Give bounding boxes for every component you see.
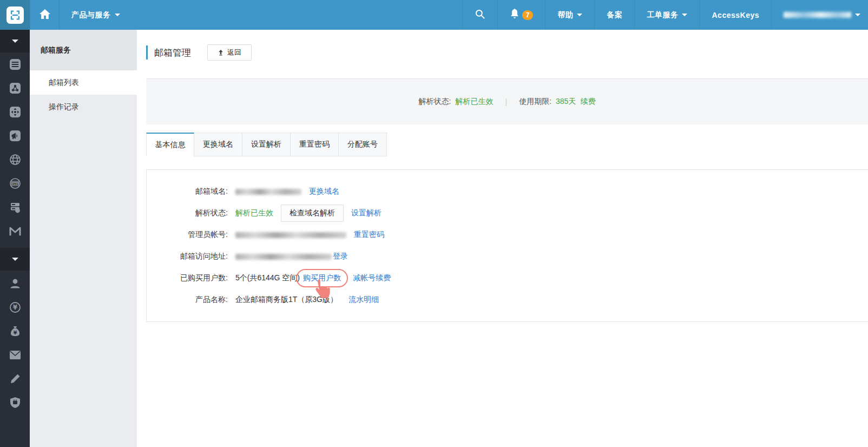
chevron-down-icon xyxy=(855,14,860,16)
row-admin-account: 管理员帐号: 重置密码 xyxy=(147,224,868,246)
money-bag-icon[interactable]: ¥ xyxy=(8,324,23,338)
svg-text:¥: ¥ xyxy=(13,330,17,336)
status-divider: | xyxy=(505,97,508,106)
back-button[interactable]: 返回 xyxy=(207,44,252,61)
notification-count-badge: 7 xyxy=(522,10,534,20)
page-header: 邮箱管理 返回 xyxy=(146,42,868,63)
account-name-redacted xyxy=(784,12,851,18)
accesskeys-label: AccessKeys xyxy=(712,11,759,19)
row-mailbox-url: 邮箱访问地址: 登录 xyxy=(147,246,868,267)
row-purchased-users: 已购买用户数: 5个(共6144G 空间) 购买用户数 减帐号续费 xyxy=(147,267,868,289)
sidebar-collapse-top[interactable] xyxy=(0,30,30,52)
purchased-users-value: 5个(共6144G 空间) xyxy=(235,273,300,283)
dns-icon[interactable]: DNS xyxy=(8,176,23,190)
ticket-service-label: 工单服务 xyxy=(647,10,678,20)
console-list-icon[interactable] xyxy=(8,57,23,71)
row-product-name: 产品名称: 企业邮箱商务版1T（原3G版） 流水明细 xyxy=(147,289,868,311)
reset-password-link[interactable]: 重置密码 xyxy=(354,230,384,240)
admin-account-label: 管理员帐号: xyxy=(147,230,228,240)
shield-icon[interactable] xyxy=(8,396,23,410)
buy-users-link[interactable]: 购买用户数 xyxy=(303,273,341,282)
beian-link[interactable]: 备案 xyxy=(594,0,634,30)
storage-server-icon[interactable] xyxy=(8,200,23,214)
usage-period-value: 385天 xyxy=(556,97,576,107)
globe-icon[interactable] xyxy=(8,153,23,167)
title-accent-bar xyxy=(146,45,148,60)
detail-tabs: 基本信息 更换域名 设置解析 重置密码 分配账号 xyxy=(146,133,868,156)
m-service-icon[interactable] xyxy=(8,224,23,238)
back-button-label: 返回 xyxy=(227,48,241,57)
statement-detail-link[interactable]: 流水明细 xyxy=(348,295,379,305)
pencil-icon[interactable] xyxy=(8,372,23,386)
status-summary-bar: 解析状态: 解析已生效 | 使用期限: 385天 续费 xyxy=(146,78,868,124)
resolve-status-value: 解析已生效 xyxy=(456,97,494,107)
sidebar-item-mailbox-list[interactable]: 邮箱列表 xyxy=(30,70,137,95)
change-domain-link[interactable]: 更换域名 xyxy=(309,187,339,196)
page-title: 邮箱管理 xyxy=(154,47,191,59)
bell-icon xyxy=(510,9,520,21)
resolve-status-row-value: 解析已生效 xyxy=(235,208,273,218)
home-button[interactable] xyxy=(30,0,60,30)
tab-set-dns[interactable]: 设置解析 xyxy=(242,133,291,156)
products-menu-label: 产品与服务 xyxy=(71,10,111,20)
tab-change-domain[interactable]: 更换域名 xyxy=(194,133,242,156)
tab-basic-info[interactable]: 基本信息 xyxy=(146,133,194,156)
ticket-service-menu[interactable]: 工单服务 xyxy=(634,0,699,30)
check-dns-button[interactable]: 检查域名解析 xyxy=(281,205,344,222)
yen-circle-icon[interactable]: ¥ xyxy=(8,300,23,314)
sidebar-icon-group-bottom: ¥ ¥ xyxy=(0,271,30,419)
search-icon xyxy=(475,9,485,21)
chevron-down-icon xyxy=(12,258,18,261)
mailbox-url-label: 邮箱访问地址: xyxy=(147,252,228,261)
console-app: 产品与服务 7 帮助 备案 xyxy=(0,0,868,447)
purchased-users-label: 已购买用户数: xyxy=(147,273,228,283)
reduce-renew-link[interactable]: 减帐号续费 xyxy=(353,273,391,283)
account-menu[interactable] xyxy=(771,0,868,30)
admin-account-value-redacted xyxy=(235,232,346,238)
tab-assign-account[interactable]: 分配账号 xyxy=(339,133,387,156)
main-content: 邮箱管理 返回 解析状态: 解析已生效 | 使用期限: 385天 续费 基本信息… xyxy=(137,30,868,447)
sidebar-icon-group-top: DNS xyxy=(0,52,30,248)
tab-reset-password[interactable]: 重置密码 xyxy=(291,133,339,156)
chevron-down-icon xyxy=(577,14,582,16)
basic-info-panel: 邮箱域名: 更换域名 解析状态: 解析已生效 检查域名解析 设置解析 管理员帐号… xyxy=(146,169,868,322)
service-sidebar: 邮箱服务 邮箱列表 操作记录 xyxy=(30,30,137,447)
navbar-spacer xyxy=(132,0,462,30)
search-button[interactable] xyxy=(462,0,497,30)
mailbox-domain-value-redacted xyxy=(235,189,301,195)
help-menu-label: 帮助 xyxy=(557,10,573,20)
top-navbar: 产品与服务 7 帮助 备案 xyxy=(0,0,868,30)
product-name-label: 产品名称: xyxy=(147,295,228,305)
usage-period-label: 使用期限: xyxy=(519,97,551,107)
mailbox-url-value-redacted xyxy=(235,254,332,260)
products-menu[interactable]: 产品与服务 xyxy=(60,0,132,30)
cloud-logo-icon xyxy=(6,6,24,24)
svg-text:¥: ¥ xyxy=(12,304,17,311)
compute-arrows-icon[interactable] xyxy=(8,105,23,119)
chevron-down-icon xyxy=(682,14,687,16)
brand-logo[interactable] xyxy=(0,0,30,30)
chevron-down-icon xyxy=(12,40,18,43)
login-link[interactable]: 登录 xyxy=(333,252,348,261)
beian-label: 备案 xyxy=(607,10,622,20)
user-icon[interactable] xyxy=(8,277,23,291)
row-resolve-status: 解析状态: 解析已生效 检查域名解析 设置解析 xyxy=(147,202,868,224)
sidebar-item-operation-log[interactable]: 操作记录 xyxy=(30,95,137,119)
nodes-icon[interactable] xyxy=(8,81,23,95)
set-dns-link[interactable]: 设置解析 xyxy=(351,208,382,218)
svg-text:DNS: DNS xyxy=(12,182,18,185)
arrow-up-icon xyxy=(218,49,224,56)
cdn-megaphone-icon[interactable] xyxy=(8,129,23,143)
chevron-down-icon xyxy=(115,14,120,16)
notifications-button[interactable]: 7 xyxy=(497,0,545,30)
row-mailbox-domain: 邮箱域名: 更换域名 xyxy=(147,181,868,202)
sidebar-service-header: 邮箱服务 xyxy=(30,30,137,70)
help-menu[interactable]: 帮助 xyxy=(545,0,594,30)
accesskeys-link[interactable]: AccessKeys xyxy=(699,0,771,30)
renew-link[interactable]: 续费 xyxy=(580,97,595,107)
sidebar-collapse-mid[interactable] xyxy=(0,248,30,271)
mail-icon[interactable] xyxy=(8,348,23,362)
icon-sidebar: DNS ¥ ¥ xyxy=(0,30,30,447)
home-icon xyxy=(39,9,51,21)
product-name-value: 企业邮箱商务版1T（原3G版） xyxy=(235,295,338,305)
